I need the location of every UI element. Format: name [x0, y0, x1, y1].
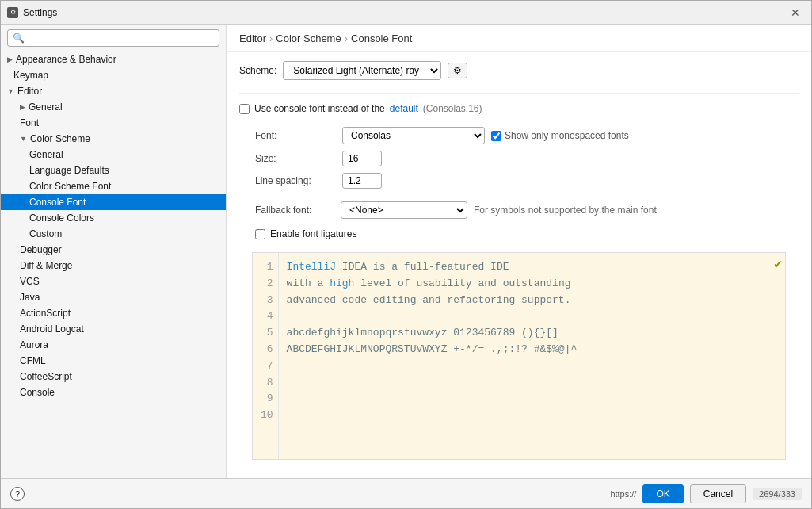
show-monospaced-label[interactable]: Show only monospaced fonts — [491, 130, 629, 141]
sidebar-item-label: Java — [20, 292, 40, 303]
sidebar-item-actionscript[interactable]: ActionScript — [1, 305, 226, 321]
arrow-icon: ▶ — [7, 55, 13, 63]
size-control: 16 — [342, 151, 799, 166]
sidebar-item-label: Font — [20, 117, 39, 128]
breadcrumb: Editor › Color Scheme › Console Font — [227, 25, 811, 52]
use-console-font-row: Use console font instead of the default … — [239, 103, 799, 114]
app-icon: ⚙ — [7, 7, 18, 18]
font-label: Font: — [255, 130, 342, 141]
right-panel: Editor › Color Scheme › Console Font Sch… — [227, 25, 811, 478]
code-line-10 — [287, 408, 777, 424]
line-spacing-input[interactable]: 1.2 — [342, 173, 382, 189]
sidebar: ▶ Appearance & Behavior Keymap ▼ Editor … — [1, 25, 227, 478]
code-line-8 — [287, 375, 777, 392]
sidebar-item-keymap[interactable]: Keymap — [1, 67, 226, 83]
search-box — [7, 29, 219, 47]
code-line-9 — [287, 391, 777, 408]
sidebar-item-label: Android Logcat — [20, 323, 84, 335]
enable-ligatures-checkbox[interactable] — [255, 229, 265, 239]
breadcrumb-sep2: › — [345, 33, 348, 44]
close-button[interactable]: ✕ — [786, 5, 805, 21]
code-area: IntelliJ IDEA is a full-featured IDE wit… — [279, 253, 785, 459]
scheme-row: Scheme: Solarized Light (Alternate) ray … — [239, 61, 799, 80]
sidebar-item-label: Diff & Merge — [20, 260, 72, 271]
font-control-row: Consolas Show only monospaced fonts — [342, 127, 799, 144]
fallback-font-row: Fallback font: <None> For symbols not su… — [255, 201, 799, 219]
help-button[interactable]: ? — [10, 487, 25, 501]
sidebar-item-custom[interactable]: Custom — [1, 226, 226, 242]
sidebar-item-label: CFML — [20, 355, 46, 366]
fallback-hint: For symbols not supported by the main fo… — [474, 205, 657, 216]
sidebar-item-label: CoffeeScript — [20, 371, 72, 382]
sidebar-item-console[interactable]: Console — [1, 385, 226, 400]
code-line-5: abcdefghijklmnopqrstuvwxyz 0123456789 ()… — [287, 325, 777, 342]
bottom-right: https:// OK Cancel 2694/333 — [610, 484, 802, 503]
sidebar-item-general[interactable]: ▶ General — [1, 99, 226, 115]
sidebar-item-aurora[interactable]: Aurora — [1, 337, 226, 353]
code-line-2: with a high level of usability and outst… — [287, 276, 777, 293]
use-console-font-checkbox[interactable] — [239, 104, 250, 114]
sidebar-item-label: General — [29, 101, 63, 113]
fallback-font-label: Fallback font: — [255, 205, 334, 216]
sidebar-item-label: Color Scheme Font — [29, 181, 111, 192]
font-settings-grid: Font: Consolas Show only monospaced font… — [255, 127, 799, 189]
size-label: Size: — [255, 153, 342, 164]
panel-content: Scheme: Solarized Light (Alternate) ray … — [227, 52, 811, 478]
sidebar-item-label: Custom — [29, 228, 62, 239]
sidebar-item-console-font[interactable]: Console Font — [1, 194, 226, 210]
gear-button[interactable]: ⚙ — [448, 63, 467, 78]
sidebar-item-label: General — [29, 149, 63, 160]
sidebar-item-label: Console Colors — [29, 212, 94, 224]
sidebar-item-label: Language Defaults — [29, 165, 109, 176]
preview-area: 1234 5678 910 IntelliJ IDEA is a full-fe… — [252, 252, 786, 460]
sidebar-item-label: VCS — [20, 276, 40, 287]
search-input[interactable] — [7, 29, 219, 47]
default-link[interactable]: default — [390, 103, 418, 114]
arrow-icon: ▼ — [20, 135, 27, 143]
code-line-6: ABCDEFGHIJKLMNOPQRSTUVWXYZ +-*/= .,;:!? … — [287, 342, 777, 358]
scheme-select[interactable]: Solarized Light (Alternate) ray — [283, 61, 441, 80]
font-select[interactable]: Consolas — [342, 127, 485, 144]
sidebar-item-diff-merge[interactable]: Diff & Merge — [1, 258, 226, 274]
sidebar-item-cfml[interactable]: CFML — [1, 353, 226, 369]
sidebar-item-label: Editor — [17, 86, 42, 97]
fallback-font-select[interactable]: <None> — [341, 201, 467, 219]
sidebar-item-label: Console Font — [29, 197, 86, 208]
sidebar-item-android-logcat[interactable]: Android Logcat — [1, 321, 226, 337]
line-numbers: 1234 5678 910 — [253, 253, 279, 459]
breadcrumb-current: Console Font — [351, 33, 412, 44]
sidebar-item-label: Color Scheme — [30, 133, 90, 144]
title-bar: ⚙ Settings ✕ — [1, 1, 811, 25]
arrow-icon: ▶ — [20, 103, 25, 111]
code-line-7 — [287, 358, 777, 375]
sidebar-item-java[interactable]: Java — [1, 289, 226, 305]
sidebar-item-cs-general[interactable]: General — [1, 147, 226, 163]
sidebar-item-console-colors[interactable]: Console Colors — [1, 210, 226, 226]
enable-ligatures-label: Enable font ligatures — [270, 228, 356, 239]
url-text: https:// — [610, 489, 636, 499]
preview-check-icon: ✔ — [774, 256, 782, 272]
sidebar-item-vcs[interactable]: VCS — [1, 274, 226, 289]
scheme-label: Scheme: — [239, 65, 276, 76]
sidebar-item-font[interactable]: Font — [1, 115, 226, 131]
sidebar-item-appearance[interactable]: ▶ Appearance & Behavior — [1, 52, 226, 67]
code-line-4 — [287, 308, 777, 325]
sidebar-item-cs-font[interactable]: Color Scheme Font — [1, 178, 226, 194]
breadcrumb-color-scheme: Color Scheme — [276, 33, 341, 44]
sidebar-item-label: Debugger — [20, 244, 62, 255]
sidebar-item-label: ActionScript — [20, 308, 71, 319]
sidebar-item-editor[interactable]: ▼ Editor — [1, 83, 226, 99]
sidebar-item-debugger[interactable]: Debugger — [1, 242, 226, 258]
cancel-button[interactable]: Cancel — [690, 484, 746, 503]
sidebar-item-coffeescript[interactable]: CoffeeScript — [1, 369, 226, 385]
sidebar-item-lang-defaults[interactable]: Language Defaults — [1, 163, 226, 178]
show-monospaced-checkbox[interactable] — [491, 131, 501, 141]
bottom-bar: ? https:// OK Cancel 2694/333 — [1, 478, 811, 508]
code-line-1: IntelliJ IDEA is a full-featured IDE — [287, 259, 777, 276]
ok-button[interactable]: OK — [642, 484, 683, 503]
bottom-left: ? — [10, 487, 25, 501]
sidebar-item-color-scheme[interactable]: ▼ Color Scheme — [1, 131, 226, 147]
size-input[interactable]: 16 — [342, 151, 382, 166]
breadcrumb-sep1: › — [269, 33, 273, 44]
code-line-3: advanced code editing and refactoring su… — [287, 293, 777, 309]
